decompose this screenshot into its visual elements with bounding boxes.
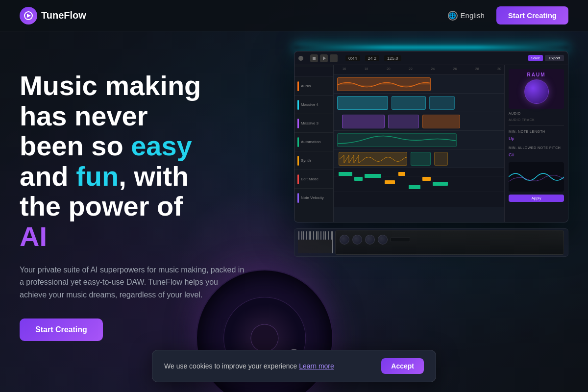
timeline-ruler: 16 18 20 22 24 26 28 30	[334, 65, 504, 75]
track-list: Audio Massive 4 Massive 3 Automatio	[294, 65, 334, 222]
plugin-section-label: Audio	[509, 112, 564, 115]
synth-waveform	[339, 152, 406, 166]
headline-line4-prefix: and	[20, 161, 76, 192]
raum-label: RAUM	[512, 72, 561, 77]
glow-line	[294, 46, 568, 49]
daw-header: 0:44 24 2 125.0 Save Export	[294, 51, 568, 65]
mini-piano-keys	[298, 232, 333, 253]
serum-waveform	[509, 165, 564, 189]
synth-clip-3[interactable]	[434, 152, 448, 166]
headline-line4-suffix: , with	[119, 161, 189, 192]
serum-display	[509, 162, 564, 192]
track-synth: Synth	[294, 151, 333, 170]
nav-cta-button[interactable]: Start Creating	[496, 6, 568, 24]
track-automation: Automation	[294, 133, 333, 151]
massive3-clip-orange[interactable]	[422, 115, 460, 128]
hero-content: Music making has never been so easy and …	[20, 61, 274, 341]
synth-clip-2[interactable]	[411, 152, 431, 166]
track-massive4: Massive 4	[294, 96, 333, 114]
audio-track-lane	[334, 75, 504, 94]
note-block	[339, 172, 352, 176]
note-block	[409, 185, 420, 189]
transport-controls	[310, 54, 338, 62]
massive4-clip-2[interactable]	[392, 96, 426, 110]
track-label-editmode: Edit Mode	[301, 177, 318, 181]
midi-keys-strip	[294, 229, 568, 256]
piano-roll-bg	[334, 168, 504, 207]
transport-time: 0:44	[345, 55, 360, 61]
logo[interactable]: TuneFlow	[20, 7, 86, 24]
daw-window: 0:44 24 2 125.0 Save Export Audio	[294, 51, 568, 222]
daw-dot-settings	[298, 56, 303, 61]
headline-line1: Music making	[20, 70, 201, 101]
plugin-divider	[509, 125, 564, 126]
headline-ai: AI	[20, 221, 47, 252]
daw-timeline: 16 18 20 22 24 26 28 30	[334, 65, 504, 222]
track-color-automation	[297, 137, 299, 147]
note-block	[398, 172, 405, 176]
raum-plugin: RAUM	[509, 69, 564, 109]
track-notevel: Note Velocity	[294, 189, 333, 207]
piano-key-black[interactable]	[327, 240, 332, 253]
save-btn[interactable]: Save	[528, 55, 543, 61]
headline-line5: the power of	[20, 191, 183, 221]
logo-text: TuneFlow	[41, 10, 86, 21]
daw-header-right: Save Export	[528, 55, 564, 61]
plugin-param2-value: C#	[509, 152, 564, 157]
piano-roll-lane	[334, 168, 504, 207]
track-massive3: Massive 3	[294, 114, 333, 133]
raum-sphere	[524, 79, 549, 104]
logo-icon	[20, 7, 37, 24]
controller-knobs	[336, 231, 564, 248]
language-selector[interactable]: 🌐 English	[448, 11, 485, 21]
globe-icon: 🌐	[448, 11, 458, 21]
cookie-text: We use cookies to improve your experienc…	[164, 362, 373, 370]
track-color-massive3	[297, 119, 299, 128]
navbar: TuneFlow 🌐 English Start Creating	[0, 0, 588, 31]
export-btn[interactable]: Export	[545, 55, 564, 61]
note-block	[385, 180, 395, 184]
track-label-automation: Automation	[301, 140, 320, 144]
daw-body: Audio Massive 4 Massive 3 Automatio	[294, 65, 568, 222]
cookie-message: We use cookies to improve your experienc…	[164, 362, 297, 370]
record-button[interactable]	[330, 54, 338, 62]
logo-svg-icon	[24, 11, 33, 21]
hero-section: Music making has never been so easy and …	[0, 31, 588, 363]
note-block	[354, 177, 363, 181]
plugin-param-value: Up	[509, 136, 564, 141]
massive3-clip-1[interactable]	[342, 115, 385, 128]
automation-clip[interactable]	[337, 133, 457, 147]
headline-line3-prefix: been so	[20, 130, 131, 161]
pitch-wheel[interactable]	[391, 237, 410, 242]
massive3-clip-2[interactable]	[388, 115, 419, 128]
midi-controller-body	[335, 230, 564, 255]
plugin-panel: RAUM Audio Audio Track Min. Note Length …	[504, 65, 568, 222]
audio-clip-1[interactable]	[337, 77, 431, 91]
track-color-synth	[297, 156, 299, 166]
hero-cta-button[interactable]: Start Creating	[20, 318, 103, 341]
cookie-learn-more[interactable]: Learn more	[299, 362, 334, 370]
controller-knob[interactable]	[352, 235, 362, 245]
note-block	[433, 182, 448, 186]
massive3-track-lane	[334, 112, 504, 131]
massive4-clip-1[interactable]	[337, 96, 388, 110]
controller-knob[interactable]	[340, 235, 349, 245]
controller-knob[interactable]	[365, 235, 375, 245]
play-button[interactable]	[320, 54, 328, 62]
track-color-massive4	[297, 100, 299, 110]
plugin-param-label: Min. Note Length	[509, 130, 564, 133]
stop-button[interactable]	[310, 54, 318, 62]
plugin-param2-label: Min. Allowed Note Pitch	[509, 146, 564, 149]
automation-curve	[338, 134, 456, 147]
controller-knob[interactable]	[378, 235, 388, 245]
track-label-synth: Synth	[301, 158, 311, 163]
language-label: English	[461, 11, 485, 20]
track-audio: Audio	[294, 77, 333, 96]
piano-key-white[interactable]	[332, 231, 333, 253]
headline-line2: has never	[20, 100, 148, 131]
apply-button[interactable]: Apply	[509, 195, 564, 202]
synth-clip[interactable]	[339, 152, 407, 166]
plugin-track-label: Audio Track	[509, 118, 564, 122]
massive4-clip-3[interactable]	[429, 96, 455, 110]
cookie-accept-button[interactable]: Accept	[381, 358, 424, 374]
